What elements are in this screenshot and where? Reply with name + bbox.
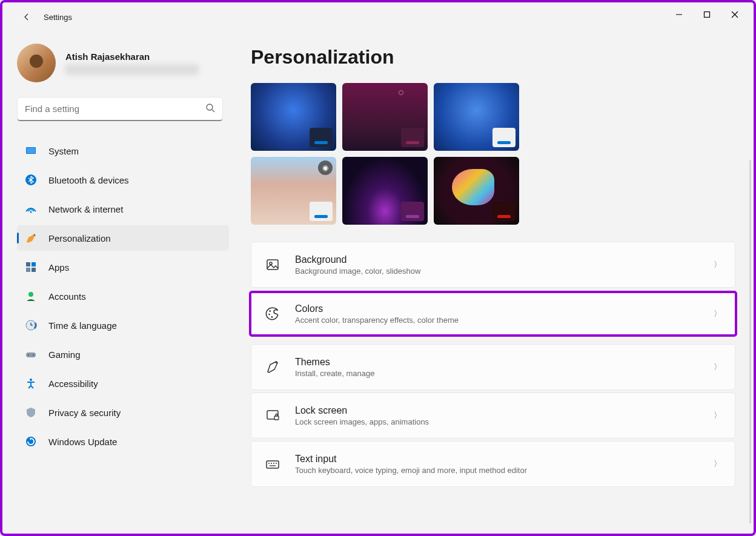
nav-item-accessibility[interactable]: Accessibility (17, 371, 229, 396)
time-icon (24, 319, 38, 332)
svg-rect-9 (31, 262, 36, 266)
svg-rect-27 (267, 461, 279, 468)
profile-name: Atish Rajasekharan (65, 51, 199, 62)
card-title: Themes (295, 357, 714, 368)
spotlight-icon: ◉ (318, 160, 333, 175)
lockscreen-icon (265, 408, 280, 423)
window-controls (665, 5, 749, 24)
card-title: Lock screen (295, 405, 714, 416)
system-icon (24, 144, 38, 157)
themes-icon (265, 360, 280, 374)
nav-label: Accounts (48, 291, 86, 302)
maximize-button[interactable] (693, 5, 721, 24)
nav-item-network[interactable]: Network & internet (17, 196, 229, 222)
chevron-right-icon: 〉 (714, 362, 721, 372)
avatar (17, 44, 56, 82)
privacy-icon (24, 406, 38, 419)
card-title: Text input (295, 454, 714, 465)
accessibility-icon (24, 377, 38, 390)
nav-label: Privacy & security (48, 408, 121, 418)
svg-rect-10 (26, 268, 30, 272)
scrollbar[interactable] (749, 160, 751, 523)
nav-label: Time & language (48, 320, 117, 331)
theme-tile-2[interactable] (342, 83, 428, 151)
nav-item-accounts[interactable]: Accounts (17, 283, 229, 309)
accounts-icon (24, 290, 38, 303)
svg-rect-26 (274, 416, 279, 420)
card-lockscreen[interactable]: Lock screen Lock screen images, apps, an… (251, 392, 735, 438)
nav-label: Bluetooth & devices (48, 175, 129, 185)
search-input[interactable] (25, 104, 205, 114)
main-content: Personalization ◉ Background Background … (227, 31, 754, 534)
svg-rect-1 (705, 12, 710, 18)
svg-rect-11 (31, 268, 36, 272)
chevron-right-icon: 〉 (714, 410, 721, 421)
card-themes[interactable]: Themes Install, create, manage 〉 (251, 344, 735, 390)
network-icon (24, 202, 38, 216)
sidebar: Atish Rajasekharan System Bluetooth & de… (2, 31, 227, 534)
nav-list: System Bluetooth & devices Network & int… (17, 138, 227, 454)
search-box[interactable] (17, 97, 223, 121)
chevron-right-icon: 〉 (714, 259, 721, 270)
card-textinput[interactable]: Text input Touch keyboard, voice typing,… (251, 441, 735, 487)
svg-point-16 (28, 354, 29, 356)
nav-label: Accessibility (48, 379, 98, 389)
nav-item-update[interactable]: Windows Update (17, 429, 229, 454)
svg-point-22 (269, 310, 271, 312)
theme-tile-1[interactable] (251, 83, 336, 151)
bluetooth-icon (24, 173, 38, 187)
card-subtitle: Background image, color, slideshow (295, 266, 714, 276)
svg-point-12 (28, 292, 33, 297)
svg-point-2 (207, 104, 213, 110)
theme-tile-6[interactable] (434, 157, 519, 225)
theme-tile-4[interactable]: ◉ (251, 157, 336, 225)
chevron-right-icon: 〉 (714, 308, 721, 319)
theme-tile-3[interactable] (434, 83, 519, 151)
nav-item-time[interactable]: Time & language (17, 313, 229, 338)
nav-item-gaming[interactable]: Gaming (17, 342, 229, 367)
update-icon (24, 435, 38, 448)
back-button[interactable] (15, 5, 39, 29)
titlebar: Settings (2, 2, 754, 31)
card-title: Background (295, 254, 714, 265)
nav-item-system[interactable]: System (17, 138, 229, 164)
svg-point-18 (30, 379, 32, 381)
svg-point-23 (268, 314, 270, 316)
chevron-right-icon: 〉 (714, 458, 721, 469)
search-icon (205, 103, 215, 115)
nav-label: Gaming (48, 349, 81, 360)
theme-tile-5[interactable] (342, 157, 428, 225)
background-icon (265, 257, 280, 272)
nav-label: Apps (48, 262, 69, 273)
page-title: Personalization (251, 46, 735, 68)
svg-point-24 (271, 316, 273, 318)
card-title: Colors (295, 303, 714, 314)
card-background[interactable]: Background Background image, color, slid… (251, 242, 735, 288)
card-colors[interactable]: Colors Accent color, transparency effect… (249, 291, 737, 337)
card-subtitle: Touch keyboard, voice typing, emoji and … (295, 466, 714, 475)
nav-item-personalization[interactable]: Personalization (17, 225, 229, 251)
svg-line-3 (212, 110, 214, 112)
minimize-button[interactable] (665, 5, 693, 24)
apps-icon (24, 260, 38, 274)
svg-rect-8 (26, 262, 30, 266)
nav-label: System (48, 146, 79, 156)
nav-label: Network & internet (48, 204, 123, 214)
window-title: Settings (44, 13, 72, 22)
card-subtitle: Install, create, manage (295, 369, 714, 378)
nav-item-bluetooth[interactable]: Bluetooth & devices (17, 167, 229, 193)
nav-item-apps[interactable]: Apps (17, 254, 229, 280)
svg-rect-15 (26, 352, 36, 357)
nav-item-privacy[interactable]: Privacy & security (17, 400, 229, 425)
profile-email-redacted (65, 64, 199, 75)
svg-point-7 (30, 211, 32, 213)
nav-label: Personalization (48, 233, 111, 243)
gaming-icon (24, 348, 38, 361)
svg-rect-20 (267, 260, 278, 270)
close-button[interactable] (721, 5, 749, 24)
nav-label: Windows Update (48, 437, 117, 447)
profile-block[interactable]: Atish Rajasekharan (17, 44, 227, 82)
personalization-icon (24, 231, 38, 245)
textinput-icon (265, 457, 280, 471)
svg-rect-5 (27, 148, 35, 153)
